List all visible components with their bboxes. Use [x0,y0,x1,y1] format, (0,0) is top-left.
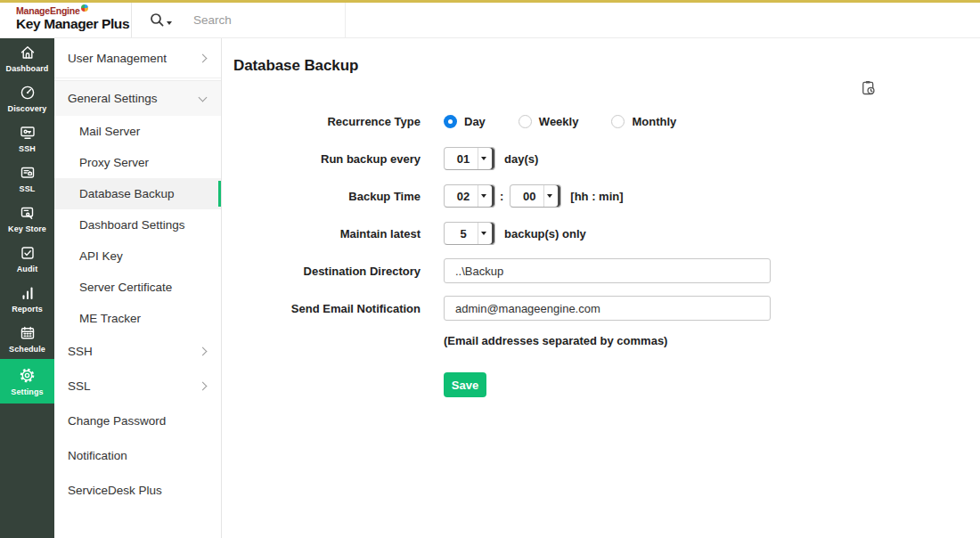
chevron-right-icon [199,53,208,62]
sidebar-item-ssl[interactable]: SSL [54,369,221,404]
gear-icon [18,366,37,385]
main-content: Database Backup Recurrence Type Day Week… [222,38,980,538]
backup-minute-select[interactable]: 00 [510,184,561,208]
chevron-down-icon [199,93,208,102]
key-card-icon [19,204,37,222]
recurrence-option-weekly[interactable]: Weekly [519,115,579,128]
save-row: Save [233,363,959,397]
destination-label: Destination Directory [233,265,421,278]
audit-check-icon [19,244,37,262]
maintain-label: Maintain latest [233,227,421,240]
search-icon[interactable] [150,12,172,28]
sidebar-item-notification[interactable]: Notification [54,438,221,473]
select-arrow-icon [478,148,489,169]
chevron-right-icon [199,347,208,356]
save-button[interactable]: Save [444,372,486,397]
maintain-suffix: backup(s) only [504,227,586,240]
recurrence-row: Recurrence Type Day Weekly Monthly [233,109,959,134]
sidebar-item-general-settings[interactable]: General Settings [54,80,221,116]
email-input[interactable] [444,296,771,321]
email-label: Send Email Notification [233,302,421,315]
maintain-count-select[interactable]: 5 [444,222,495,245]
nav-audit[interactable]: Audit [0,239,54,279]
nav-discovery[interactable]: Discovery [0,78,54,118]
destination-row: Destination Directory [233,258,959,283]
nav-schedule[interactable]: Schedule [0,319,54,359]
compass-icon [19,84,37,102]
sidebar-divider [54,77,221,78]
backup-hour-select[interactable]: 02 [444,184,495,208]
backup-time-row: Backup Time 02 : 00 [hh : min] [233,183,959,208]
header: ManageEngine Key Manager Plus [0,3,980,38]
radio-day[interactable] [444,115,457,128]
sidebar-item-mail-server[interactable]: Mail Server [54,116,221,147]
brand-swirl-icon [81,4,88,12]
recurrence-label: Recurrence Type [233,115,421,128]
terminal-key-icon [19,124,37,142]
recurrence-option-day[interactable]: Day [444,115,486,128]
sidebar-item-me-tracker[interactable]: ME Tracker [54,303,221,334]
email-row: Send Email Notification [233,296,959,321]
nav-key-store[interactable]: Key Store [0,199,54,239]
nav-settings[interactable]: Settings [0,359,54,404]
run-backup-suffix: day(s) [504,152,538,166]
backup-interval-select[interactable]: 01 [444,147,495,170]
sidebar-item-database-backup[interactable]: Database Backup [54,178,221,209]
backup-time-label: Backup Time [233,190,421,203]
run-backup-row: Run backup every 01 day(s) [233,146,959,171]
email-helper-row: (Email addresses separated by commas) [233,328,959,353]
sidebar-item-dashboard-settings[interactable]: Dashboard Settings [54,209,221,240]
sidebar-item-server-certificate[interactable]: Server Certificate [54,272,221,303]
nav-dashboard[interactable]: Dashboard [0,38,54,78]
page-title: Database Backup [233,57,959,75]
select-arrow-icon [543,185,555,207]
nav-ssl[interactable]: SSL [0,159,54,199]
database-backup-form: Recurrence Type Day Weekly Monthly Run b… [233,109,959,397]
sidebar-item-api-key[interactable]: API Key [54,240,221,272]
brand-name: ManageEngine [16,5,80,16]
sidebar-item-change-password[interactable]: Change Password [54,404,221,438]
nav-reports[interactable]: Reports [0,279,54,319]
time-separator: : [500,190,503,203]
nav-ssh[interactable]: SSH [0,118,54,159]
maintain-row: Maintain latest 5 backup(s) only [233,221,959,246]
calendar-icon [19,324,37,342]
sidebar-item-user-management[interactable]: User Management [54,40,221,76]
backup-history-icon[interactable] [860,79,877,100]
radio-weekly[interactable] [519,115,532,128]
chevron-right-icon [199,382,208,391]
email-helper-text: (Email addresses separated by commas) [444,334,667,347]
sidebar-item-proxy-server[interactable]: Proxy Server [54,147,221,178]
brand-logo[interactable]: ManageEngine Key Manager Plus [0,3,132,37]
search-input[interactable] [193,13,327,27]
run-backup-label: Run backup every [233,152,421,166]
destination-input[interactable] [444,258,771,283]
radio-monthly[interactable] [611,115,625,128]
settings-sidebar: User Management General Settings Mail Se… [54,38,222,538]
bar-chart-icon [19,284,37,302]
sidebar-item-ssh[interactable]: SSH [54,334,221,369]
certificate-icon [19,164,37,182]
search-scope-caret-icon[interactable] [167,21,172,25]
select-arrow-icon [478,185,489,207]
backup-time-suffix: [hh : min] [570,190,623,203]
select-arrow-icon [478,223,489,244]
recurrence-option-monthly[interactable]: Monthly [611,115,676,128]
nav-rail: Dashboard Discovery SSH SSL Key Store Au… [0,38,54,538]
search-zone [132,3,346,37]
product-name: Key Manager Plus [16,16,131,32]
home-icon [19,44,37,61]
sidebar-item-servicedesk-plus[interactable]: ServiceDesk Plus [54,473,221,508]
